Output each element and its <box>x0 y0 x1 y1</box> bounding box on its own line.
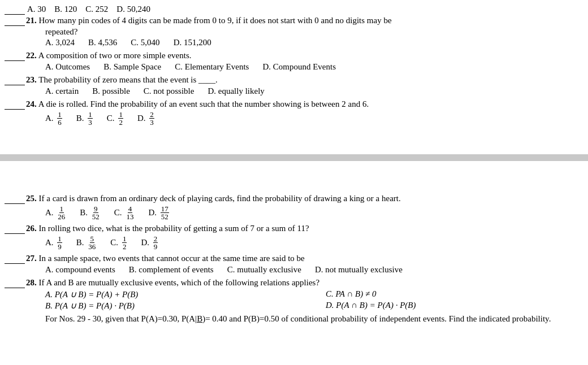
question-21-line: 21. How many pin codes of 4 digits can b… <box>5 16 583 26</box>
q26-c: C. 12 <box>110 235 127 250</box>
q24-a: A. 16 <box>45 111 63 126</box>
q27-c: C. mutually exclusive <box>227 265 301 275</box>
question-27-line: 27. In a sample space, two events that c… <box>5 254 583 264</box>
note-line: For Nos. 29 - 30, given that P(A)=0.30, … <box>45 314 583 324</box>
q22-choices: A. Outcomes B. Sample Space C. Elementar… <box>45 62 583 72</box>
blank-21 <box>5 16 25 26</box>
q21-b: B. 4,536 <box>88 38 117 47</box>
q22-a: A. Outcomes <box>45 62 90 72</box>
question-24-line: 24. A die is rolled. Find the probabilit… <box>5 99 583 110</box>
q25-d: D. 1752 <box>148 205 169 220</box>
top-section: A. 30 B. 120 C. 252 D. 50,240 21. How ma… <box>0 0 588 144</box>
q28-c: C. PA ∩ B) ≠ 0 <box>326 289 583 299</box>
blank-24 <box>5 99 25 110</box>
page: A. 30 B. 120 C. 252 D. 50,240 21. How ma… <box>0 0 588 328</box>
q26-text: 26. In rolling two dice, what is the pro… <box>26 224 309 233</box>
q24-c: C. 12 <box>107 111 124 126</box>
section-divider <box>0 154 588 161</box>
question-26-line: 26. In rolling two dice, what is the pro… <box>5 224 583 234</box>
question-28-line: 28. If A and B are mutually exclusive ev… <box>5 278 583 288</box>
q27-text: 27. In a sample space, two events that c… <box>26 254 305 263</box>
blank-23 <box>5 75 25 85</box>
q25-b: B. 952 <box>80 205 101 220</box>
q25-a: A. 126 <box>45 205 66 220</box>
q23-a: A. certain <box>45 86 79 96</box>
q28-d: D. P(A ∩ B) = P(A) · P(B) <box>326 301 583 311</box>
q28-text: 28. If A and B are mutually exclusive ev… <box>26 278 319 288</box>
q25-choices: A. 126 B. 952 C. 413 D. 1752 <box>45 205 583 220</box>
q25-c: C. 413 <box>114 205 135 220</box>
q27-choices: A. compound events B. complement of even… <box>45 265 583 275</box>
prior-text: A. 30 B. 120 C. 252 D. 50,240 <box>27 5 150 14</box>
prior-answer-line: A. 30 B. 120 C. 252 D. 50,240 <box>5 5 583 15</box>
note-text: For Nos. 29 - 30, given that P(A)=0.30, … <box>45 314 551 323</box>
bottom-section: 25. If a card is drawn from an ordinary … <box>0 171 588 328</box>
q23-choices: A. certain B. possible C. not possible D… <box>45 86 583 96</box>
q26-choices: A. 19 B. 536 C. 12 D. 29 <box>45 235 583 250</box>
blank-25 <box>5 194 25 204</box>
q21-text-cont: repeated? <box>45 27 583 37</box>
q24-choices: A. 16 B. 13 C. 12 D. 23 <box>45 111 583 126</box>
q27-a: A. compound events <box>45 265 115 275</box>
blank-26 <box>5 224 25 234</box>
q25-text: 25. If a card is drawn from an ordinary … <box>26 194 401 203</box>
q21-choices: A. 3,024 B. 4,536 C. 5,040 D. 151,200 <box>45 38 583 47</box>
question-22-line: 22. A composition of two or more simple … <box>5 51 583 61</box>
q24-text: 24. A die is rolled. Find the probabilit… <box>26 99 369 109</box>
blank-28 <box>5 278 25 288</box>
prior-blank <box>5 5 25 15</box>
q24-d: D. 23 <box>137 111 155 126</box>
q27-d: D. not mutually exclusive <box>315 265 403 275</box>
q21-text: 21. How many pin codes of 4 digits can b… <box>26 16 392 25</box>
q26-b: B. 536 <box>76 235 97 250</box>
q21-d: D. 151,200 <box>174 38 211 47</box>
q21-c: C. 5,040 <box>131 38 159 47</box>
q28-a: A. P(A ∪ B) = P(A) + P(B) <box>45 289 303 299</box>
blank-27 <box>5 254 25 264</box>
q28-b: B. P(A ∪ B) = P(A) · P(B) <box>45 301 303 311</box>
q22-c: C. Elementary Events <box>175 62 249 72</box>
q23-c: C. not possible <box>144 86 194 96</box>
question-25-line: 25. If a card is drawn from an ordinary … <box>5 194 583 204</box>
q21-a: A. 3,024 <box>45 38 75 47</box>
q23-b: B. possible <box>92 86 130 96</box>
blank-22 <box>5 51 25 61</box>
q22-b: B. Sample Space <box>103 62 161 72</box>
q22-text: 22. A composition of two or more simple … <box>26 51 191 60</box>
q23-d: D. equally likely <box>207 86 264 96</box>
q27-b: B. complement of events <box>129 265 214 275</box>
q28-choices: A. P(A ∪ B) = P(A) + P(B) C. PA ∩ B) ≠ 0… <box>45 289 583 311</box>
q26-a: A. 19 <box>45 235 63 250</box>
q24-b: B. 13 <box>76 111 93 126</box>
question-23-line: 23. The probability of zero means that t… <box>5 75 583 85</box>
q26-d: D. 29 <box>141 235 158 250</box>
q23-text: 23. The probability of zero means that t… <box>26 75 218 85</box>
q22-d: D. Compound Events <box>262 62 336 72</box>
